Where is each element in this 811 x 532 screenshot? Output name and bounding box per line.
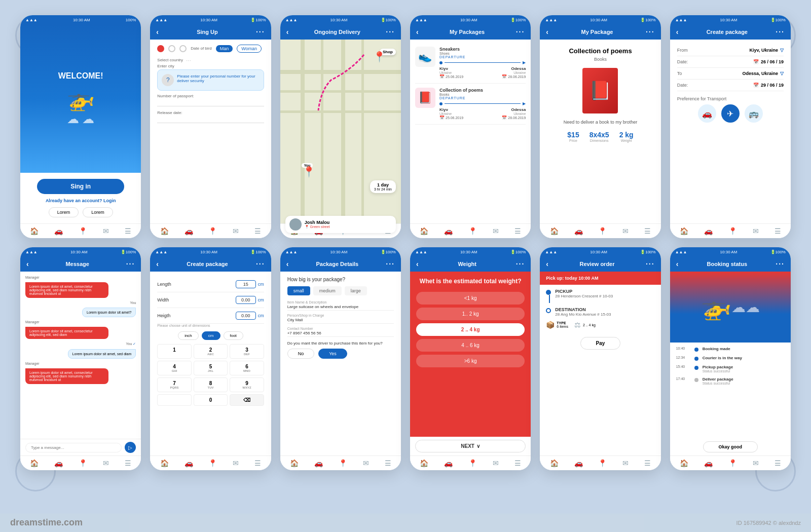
nav-car-pkgd[interactable]: 🚗 bbox=[314, 459, 323, 467]
radio-checked[interactable] bbox=[157, 45, 164, 52]
key-8[interactable]: 8TUV bbox=[194, 377, 228, 392]
nav-home-p[interactable]: 🏠 bbox=[420, 227, 428, 235]
nav-home-s[interactable]: 🏠 bbox=[160, 227, 169, 235]
key-2[interactable]: 2ABC bbox=[194, 344, 228, 359]
size-small[interactable]: small bbox=[287, 286, 310, 295]
key-4[interactable]: 4GHI bbox=[157, 361, 191, 375]
nav-menu-s[interactable]: ☰ bbox=[254, 227, 261, 235]
key-0[interactable]: 0 bbox=[194, 394, 228, 406]
nav-loc-pkgd[interactable]: 📍 bbox=[339, 459, 347, 467]
nav-loc-d[interactable]: 📍 bbox=[598, 227, 607, 235]
transport-car[interactable]: 🚗 bbox=[698, 104, 716, 123]
nav-home-pkgd[interactable]: 🏠 bbox=[290, 459, 299, 467]
nav-car-d[interactable]: 🚗 bbox=[574, 227, 583, 235]
key-delete[interactable]: ⌫ bbox=[230, 394, 264, 406]
item-name-value[interactable]: Large suitcase on wheels and envelope bbox=[287, 305, 394, 311]
nav-loc-s[interactable]: 📍 bbox=[208, 227, 217, 235]
size-large[interactable]: large bbox=[345, 286, 367, 295]
menu-dots-pkg[interactable]: ··· bbox=[516, 28, 525, 36]
menu-dots-cr[interactable]: ··· bbox=[776, 28, 785, 36]
unit-foot[interactable]: foot bbox=[224, 331, 243, 340]
radio-unchecked2[interactable] bbox=[179, 45, 187, 52]
nav-menu-dim[interactable]: ☰ bbox=[254, 459, 261, 467]
nav-mail-dim[interactable]: ✉ bbox=[233, 459, 239, 467]
size-medium[interactable]: medium bbox=[313, 286, 342, 295]
yes-button[interactable]: Yes bbox=[318, 349, 347, 359]
nav-mail-bk[interactable]: ✉ bbox=[753, 459, 759, 467]
weight-opt-4[interactable]: 4 .. 6 kg bbox=[416, 339, 525, 352]
key-5[interactable]: 5JKL bbox=[194, 361, 228, 375]
nav-mail-s[interactable]: ✉ bbox=[233, 227, 239, 235]
okay-button[interactable]: Okay good bbox=[703, 441, 758, 452]
next-button[interactable]: NEXT ∨ bbox=[415, 440, 526, 452]
nav-location-icon[interactable]: 📍 bbox=[79, 227, 87, 235]
menu-dots-dim[interactable]: ··· bbox=[256, 260, 265, 268]
nav-menu-bk[interactable]: ☰ bbox=[775, 459, 781, 467]
nav-home-icon[interactable]: 🏠 bbox=[30, 227, 39, 235]
radio-unchecked[interactable] bbox=[168, 45, 175, 52]
nav-mail-w[interactable]: ✉ bbox=[493, 459, 499, 467]
nav-menu-msg[interactable]: ☰ bbox=[125, 459, 131, 467]
nav-home-w[interactable]: 🏠 bbox=[420, 459, 428, 467]
message-input[interactable] bbox=[25, 443, 122, 452]
weight-opt-3[interactable]: 2 .. 4 kg bbox=[416, 323, 525, 336]
nav-menu-pkgd[interactable]: ☰ bbox=[385, 459, 391, 467]
nav-mail-msg[interactable]: ✉ bbox=[103, 459, 109, 467]
height-input[interactable]: 0.00 bbox=[236, 312, 256, 320]
key-3[interactable]: 3DEF bbox=[230, 344, 264, 359]
nav-car-rev[interactable]: 🚗 bbox=[574, 459, 583, 467]
package-item-poems[interactable]: 📕 Collection of poems Books DEPARTURE ▶ … bbox=[415, 84, 526, 125]
unit-inch[interactable]: inch bbox=[178, 331, 199, 340]
nav-menu-cr[interactable]: ☰ bbox=[775, 227, 781, 235]
nav-loc-w[interactable]: 📍 bbox=[468, 459, 477, 467]
nav-menu-rev[interactable]: ☰ bbox=[644, 459, 651, 467]
nav-menu-icon[interactable]: ☰ bbox=[125, 227, 131, 235]
contact-value[interactable]: +7 8967 456 56 56 bbox=[287, 331, 394, 337]
nav-mail-icon[interactable]: ✉ bbox=[103, 227, 109, 235]
lorem-btn-2[interactable]: Lorem bbox=[83, 207, 113, 217]
nav-loc-rev[interactable]: 📍 bbox=[598, 459, 607, 467]
nav-home-rev[interactable]: 🏠 bbox=[550, 459, 559, 467]
nav-home-d[interactable]: 🏠 bbox=[550, 227, 559, 235]
nav-loc-cr[interactable]: 📍 bbox=[728, 227, 737, 235]
passport-input[interactable] bbox=[157, 99, 264, 106]
key-7[interactable]: 7PQRS bbox=[157, 377, 191, 392]
menu-dots-detail[interactable]: ··· bbox=[646, 28, 655, 36]
lorem-btn-1[interactable]: Lorem bbox=[49, 207, 79, 217]
menu-dots-booking[interactable]: ··· bbox=[776, 260, 785, 268]
nav-car-dim[interactable]: 🚗 bbox=[185, 459, 193, 467]
transport-bus[interactable]: 🚌 bbox=[745, 104, 763, 123]
weight-opt-5[interactable]: >6 kg bbox=[416, 355, 525, 367]
login-link[interactable]: Login bbox=[103, 198, 116, 203]
nav-menu-d[interactable]: ☰ bbox=[644, 227, 651, 235]
woman-option[interactable]: Woman bbox=[237, 45, 262, 53]
nav-menu-w[interactable]: ☰ bbox=[514, 459, 521, 467]
key-1[interactable]: 1 bbox=[157, 344, 191, 359]
weight-opt-2[interactable]: 1.. 2 kg bbox=[416, 308, 525, 320]
menu-dots-msg[interactable]: ··· bbox=[126, 260, 135, 268]
weight-opt-1[interactable]: <1 kg bbox=[416, 292, 525, 305]
nav-car-icon[interactable]: 🚗 bbox=[54, 227, 63, 235]
unit-cm[interactable]: cm bbox=[202, 331, 220, 340]
nav-home-msg[interactable]: 🏠 bbox=[30, 459, 39, 467]
length-input[interactable]: 15 bbox=[236, 280, 256, 288]
nav-loc-msg[interactable]: 📍 bbox=[79, 459, 87, 467]
nav-car-w[interactable]: 🚗 bbox=[444, 459, 453, 467]
menu-dots-review[interactable]: ··· bbox=[646, 260, 655, 268]
no-button[interactable]: No bbox=[287, 349, 315, 359]
nav-loc-bk[interactable]: 📍 bbox=[728, 459, 737, 467]
menu-dots-signup[interactable]: ··· bbox=[256, 28, 265, 36]
nav-car-cr[interactable]: 🚗 bbox=[704, 227, 713, 235]
key-6[interactable]: 6MNO bbox=[230, 361, 264, 375]
nav-mail-rev[interactable]: ✉ bbox=[622, 459, 629, 467]
menu-dots-pkgd[interactable]: ··· bbox=[386, 260, 395, 268]
nav-menu-p[interactable]: ☰ bbox=[514, 227, 521, 235]
signin-button[interactable]: Sing in bbox=[37, 179, 124, 194]
release-input[interactable] bbox=[157, 116, 264, 123]
nav-car-bk[interactable]: 🚗 bbox=[704, 459, 713, 467]
nav-mail-cr[interactable]: ✉ bbox=[753, 227, 759, 235]
nav-car-p[interactable]: 🚗 bbox=[444, 227, 453, 235]
pay-button[interactable]: Pay bbox=[580, 337, 621, 350]
nav-home-cr[interactable]: 🏠 bbox=[680, 227, 688, 235]
nav-home-dim[interactable]: 🏠 bbox=[160, 459, 169, 467]
